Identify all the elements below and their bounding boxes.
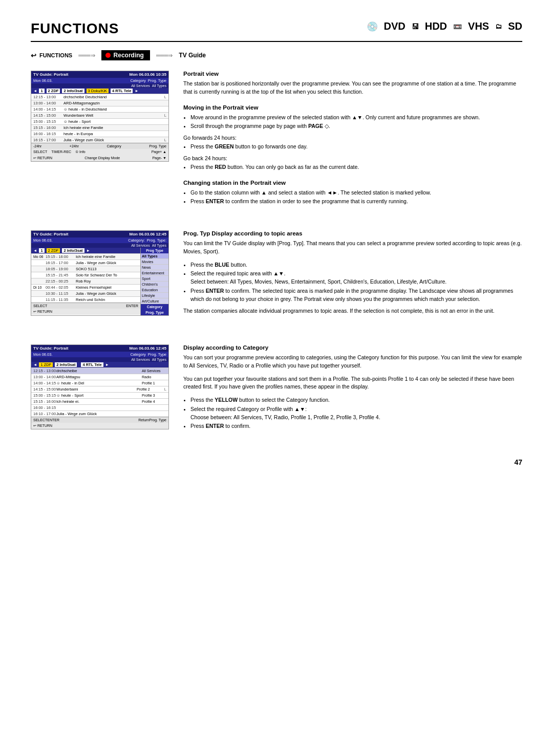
tg2-row-5: Di 10 00:44 - 02:05 Kleines Fernsehspiel [31,284,140,290]
tg1-cat-val: All Services [131,84,150,88]
tg3-spacer [55,352,129,357]
tg1-spacer2 [90,150,147,154]
tg1-sub-vals: All Services All Types [31,83,168,88]
tg2-side-footer-cat: Category [141,304,168,310]
tg1-icon-3: L [161,113,166,118]
tg3-prog-4: ☺ heute - Sport [56,393,142,398]
tg2-row-1: 16:15 - 17:00 Julia - Wege zum Glück [31,260,140,266]
tg1-time-7: 16:15 - 17:00 [33,138,61,142]
tg3-nav-right: ► [105,362,109,367]
nav-tv-guide-label: TV Guide [179,52,206,59]
tg3-channels: ◄ 1 ZDF 2 Info/3sat 4 RTL Tele ► [31,362,168,368]
tg3-main: ◄ 1 ZDF 2 Info/3sat 4 RTL Tele ► 12:15 -… [31,362,168,429]
tg1-footer-row2: ↩ RETURN Change Display Mode Page- ▼ [31,155,168,161]
tg2-side-art: Art/Culture [141,298,168,304]
tg3-icon-3: L [161,387,166,392]
page-header: FUNCTIONS 💿 DVD 🖫 HDD 📼 VHS 🗂 SD [31,20,522,42]
tv-guide-screenshot-2: TV Guide: Portrait Mon 06.03.06 12:45 Mo… [31,230,169,328]
tg3-with-side: ◄ 1 ZDF 2 Info/3sat 4 RTL Tele ► 12:15 -… [31,362,168,429]
tg1-prog-3: Wunderbare Welt [63,113,159,118]
tg1-channels: ◄ 1 2 ZDF 2 Info/3sat 3 Doku/KiK 4 RTL T… [31,88,168,94]
tg3-ch1: 1 ZDF [39,362,53,367]
vhs-label: VHS [468,20,489,32]
tg3-pt-val: All Types [152,358,166,361]
functions-icon: ↩ [31,52,36,59]
tg1-time-5: 15:15 - 16:00 [33,125,61,130]
nav-left-icon: ◄ [33,89,37,93]
tg1-prog-5: Ich heirate eine Familie [63,125,159,130]
tg1-time-2: 14:00 - 14:15 [33,107,61,112]
tg2-prog-7: Reich und Schön [76,297,138,302]
tg3-select: SELECT [33,418,47,422]
tg2-pt-label: Prog. Type: [147,238,166,243]
tg1-cat: Category [130,78,145,83]
tg1-row-0: 12:15 - 13:00 drchscheibe Deutschland L [31,94,168,100]
tg3-time-0: 12:15 - 13:00 [33,369,56,373]
tg3-time-5: 15:15 - 16:00 [33,399,56,404]
tg1-row-6: 16:00 - 16:15 heute - in Europa [31,131,168,137]
tg2-side-panel: Prog Type All Types Movies News Entertai… [140,248,168,315]
tg3-title: TV Guide: Portrait [33,346,68,351]
tg2-ch2: 2 ZDF [47,248,60,253]
tg2-side-sport: Sport [141,276,168,282]
tg3-spacer3 [59,418,138,422]
tg3-cat-2: Profile 1 [142,381,166,385]
tg1-date: Mon 06.03. [33,78,53,83]
tv-guide-header-1: TV Guide: Portrait Mon 06.03.06 10:35 [31,71,168,78]
tg2-return: ↩ RETURN [33,310,52,314]
ch3: 2 Info/3sat [62,89,84,93]
tg1-row-3: 14:15 - 15:00 Wunderbare Welt L [31,112,168,118]
tg1-footer-prog: Category [107,144,121,148]
portrait-section: TV Guide: Portrait Mon 06.03.06 10:35 Mo… [31,71,522,214]
tg2-cat-label: Category: [128,238,145,243]
tg3-row-3: 14:15 - 15:00 Wunderbami Profile 2 L [31,386,168,392]
portrait-content: TV Guide: Portrait Mon 06.03.06 10:35 Mo… [31,71,522,214]
tg1-datetime: Mon 06.03.06 10:35 [130,72,166,77]
tg2-prog-4: Rob Roy [76,279,138,284]
tg2-side-education: Education [141,287,168,293]
tg3-cat-4: Profile 3 [142,394,166,397]
tg2-header: TV Guide: Portrait Mon 06.03.06 12:45 [31,231,168,237]
tg3-cat-1: Radio [142,375,166,379]
tg3-prog-7: Julia - Wege zum Glück [56,412,142,416]
portrait-view-body: The station bar is positioned horizontal… [183,80,522,96]
prog-typ-content: TV Guide: Portrait Mon 06.03.06 12:45 Mo… [31,230,522,328]
tg2-time-5: 00:44 - 02:05 [46,285,74,290]
tg3-prog-1: ARD-Mittagsu [56,375,142,379]
tg3-time-1: 13:00 - 14:00 [33,375,56,379]
tg2-side-lifestyle: Lifestyle [141,293,168,298]
tg2-nav-left: ◄ [33,248,37,253]
tg3-cat-val: All Services [131,358,150,361]
tg2-title: TV Guide: Portrait [33,232,68,236]
prog-typ-bullet-2: Select the required topic area with ▲▼. … [190,270,522,286]
tg2-sub-header: Mon 06.03. Category: Prog. Type: [31,237,168,243]
tg3-footer: SELECT ENTER Return Prog. Type [31,417,168,423]
tg2-row-3: 15:15 - 21:45 Solo für Schwarz Der To [31,272,140,278]
tg1-row-4: 15:00 - 15:15 ☺ heute - Sport [31,118,168,124]
tg1-page-down: Page- ▼ [152,156,166,160]
category-group: Display according to Category You can so… [183,344,522,430]
tv-guide-box-3: TV Guide: Portrait Mon 06.03.06 12:45 Mo… [31,344,169,429]
tg2-prog-6: Julia - Wege zum Glück [76,291,138,296]
changing-station-group: Changing station in the Portrait view Go… [183,180,522,206]
tg3-spacer2 [33,358,129,361]
tg1-sub-header: Mon 06.03. Category Prog. Type [31,78,168,83]
tg3-datetime: Mon 06.03.06 12:45 [130,346,166,351]
tg3-time-2: 14:00 - 14:15 [33,381,56,385]
moving-bullets: Move around in the programme preview of … [190,114,522,131]
prog-typ-bullets: Press the BLUE button. Select the requir… [190,261,522,304]
media-icons: 💿 DVD 🖫 HDD 📼 VHS 🗂 SD [367,20,523,32]
tg3-row-7: 16:10 - 17:00 Julia - Wege zum Glück [31,411,168,417]
tg2-spacer2 [33,244,129,247]
cat-bullet-1: Press the YELLOW button to select the Ca… [190,396,522,404]
sd-label: SD [508,20,522,32]
tg2-side-entertainment: Entertainment [141,270,168,276]
tg3-row-6: 16:00 - 16:15 [31,404,168,411]
tg1-time-3: 14:15 - 15:00 [33,113,61,118]
prog-typ-footer: The station companies allocate individua… [183,307,522,315]
ch5: 4 RTL Tele [111,89,133,93]
tg1-return: ↩ RETURN [33,156,52,160]
tg1-pt: Prog. Type [148,78,166,83]
tg2-prog-5: Kleines Fernsehspiel [76,285,138,290]
tg2-side-footer-pt: Prog. Type [141,310,168,315]
